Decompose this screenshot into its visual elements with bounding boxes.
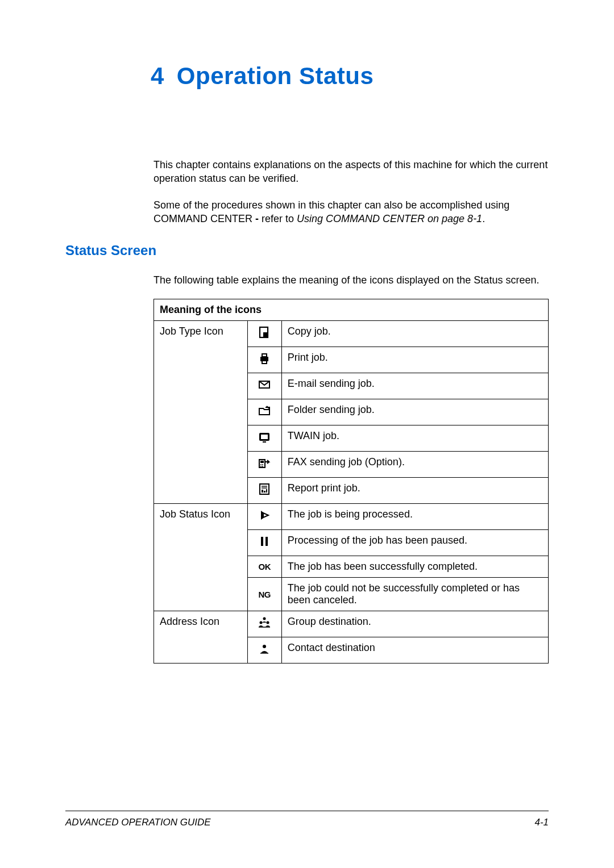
table-header: Meaning of the icons: [154, 299, 549, 321]
icon-desc: Contact destination: [281, 637, 548, 663]
icon-desc: Folder sending job.: [281, 399, 548, 425]
table-row: Job Type Icon Copy job.: [154, 321, 549, 347]
icon-desc: TWAIN job.: [281, 425, 548, 452]
group-label: Address Icon: [154, 611, 248, 663]
icon-desc: FAX sending job (Option).: [281, 452, 548, 478]
icon-desc: The job is being processed.: [281, 504, 548, 530]
footer-page-number: 4-1: [534, 817, 549, 828]
footer-left: ADVANCED OPERATION GUIDE: [65, 817, 211, 828]
group-icon: [258, 616, 271, 629]
folder-icon: [258, 404, 271, 418]
chapter-heading: 4Operation Status: [151, 62, 549, 90]
contact-icon: [258, 642, 271, 656]
email-icon: [258, 378, 271, 391]
table-intro: The following table explains the meaning…: [154, 274, 549, 286]
fax-icon: [258, 456, 271, 470]
chapter-number: 4: [151, 62, 164, 89]
intro-block: This chapter contains explanations on th…: [154, 158, 549, 226]
page-footer: ADVANCED OPERATION GUIDE 4-1: [65, 811, 549, 828]
table-row: Address Icon Group destination.: [154, 611, 549, 637]
print-icon: [258, 352, 271, 365]
twain-icon: [258, 430, 271, 444]
group-label: Job Status Icon: [154, 504, 248, 611]
icon-desc: E-mail sending job.: [281, 373, 548, 399]
section-heading: Status Screen: [65, 243, 549, 258]
icon-desc: Report print job.: [281, 478, 548, 504]
icon-meaning-table: Meaning of the icons Job Type Icon Copy …: [154, 299, 549, 663]
ok-icon: OK: [259, 562, 271, 571]
icon-desc: The job could not be successfully comple…: [281, 578, 548, 611]
ng-icon: NG: [259, 590, 271, 599]
cross-reference: Using COMMAND CENTER on page 8-1: [297, 213, 482, 224]
icon-desc: Copy job.: [281, 321, 548, 347]
table-row: Job Status Icon The job is being process…: [154, 504, 549, 530]
report-icon: [258, 482, 271, 496]
icon-desc: Print job.: [281, 347, 548, 373]
copy-icon: [258, 326, 271, 339]
icon-desc: Group destination.: [281, 611, 548, 637]
processing-icon: [258, 508, 271, 522]
group-label: Job Type Icon: [154, 321, 248, 504]
icon-desc: The job has been successfully completed.: [281, 556, 548, 578]
intro-p1: This chapter contains explanations on th…: [154, 158, 549, 186]
icon-desc: Processing of the job has been paused.: [281, 530, 548, 556]
chapter-title: Operation Status: [177, 62, 374, 89]
intro-p2: Some of the procedures shown in this cha…: [154, 198, 549, 226]
paused-icon: [258, 535, 271, 548]
